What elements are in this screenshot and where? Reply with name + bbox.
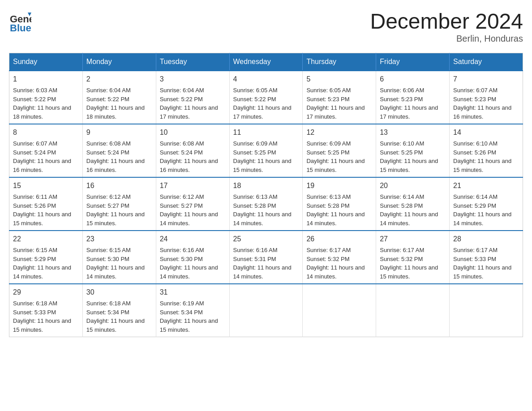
day-number: 16: [86, 180, 152, 191]
daylight-label: Daylight: 11 hours and 14 minutes.: [306, 211, 365, 227]
calendar-cell: 4 Sunrise: 6:05 AM Sunset: 5:22 PM Dayli…: [229, 71, 303, 124]
daylight-label: Daylight: 11 hours and 18 minutes.: [86, 104, 145, 120]
day-number: 12: [306, 127, 372, 138]
sunrise-label: Sunrise: 6:09 AM: [306, 140, 351, 147]
sunrise-label: Sunrise: 6:19 AM: [160, 300, 204, 307]
sunrise-label: Sunrise: 6:16 AM: [233, 247, 278, 253]
page-header: General Blue December 2024 Berlin, Hondu…: [9, 9, 523, 44]
day-header-tuesday: Tuesday: [156, 53, 229, 71]
sunset-label: Sunset: 5:24 PM: [160, 149, 203, 156]
sunrise-label: Sunrise: 6:13 AM: [306, 193, 351, 200]
sunset-label: Sunset: 5:22 PM: [13, 96, 56, 103]
sunset-label: Sunset: 5:23 PM: [453, 96, 496, 103]
calendar-cell: 24 Sunrise: 6:16 AM Sunset: 5:30 PM Dayl…: [156, 231, 229, 284]
sunset-label: Sunset: 5:26 PM: [453, 149, 496, 156]
sunrise-label: Sunrise: 6:14 AM: [453, 193, 498, 200]
daylight-label: Daylight: 11 hours and 14 minutes.: [160, 264, 218, 280]
sunrise-label: Sunrise: 6:07 AM: [453, 87, 498, 94]
day-number: 21: [453, 180, 519, 191]
sunrise-label: Sunrise: 6:17 AM: [453, 247, 498, 253]
day-number: 13: [380, 127, 446, 138]
calendar-cell: 23 Sunrise: 6:15 AM Sunset: 5:30 PM Dayl…: [82, 231, 156, 284]
day-number: 2: [86, 74, 152, 85]
sunset-label: Sunset: 5:24 PM: [13, 149, 56, 156]
sunset-label: Sunset: 5:25 PM: [380, 149, 423, 156]
daylight-label: Daylight: 11 hours and 14 minutes.: [13, 264, 71, 280]
day-number: 19: [306, 180, 372, 191]
daylight-label: Daylight: 11 hours and 14 minutes.: [233, 264, 292, 280]
daylight-label: Daylight: 11 hours and 14 minutes.: [233, 211, 292, 227]
location: Berlin, Honduras: [370, 34, 523, 44]
daylight-label: Daylight: 11 hours and 14 minutes.: [160, 211, 218, 227]
daylight-label: Daylight: 11 hours and 15 minutes.: [13, 317, 71, 333]
calendar-week-row: 29 Sunrise: 6:18 AM Sunset: 5:33 PM Dayl…: [9, 284, 523, 337]
sunrise-label: Sunrise: 6:08 AM: [86, 140, 131, 147]
calendar-cell: 26 Sunrise: 6:17 AM Sunset: 5:32 PM Dayl…: [303, 231, 376, 284]
daylight-label: Daylight: 11 hours and 14 minutes.: [453, 211, 511, 227]
sunrise-label: Sunrise: 6:08 AM: [160, 140, 204, 147]
calendar-week-row: 15 Sunrise: 6:11 AM Sunset: 5:26 PM Dayl…: [9, 177, 523, 231]
calendar-cell: [303, 284, 376, 337]
sunset-label: Sunset: 5:34 PM: [86, 309, 129, 316]
calendar-week-row: 22 Sunrise: 6:15 AM Sunset: 5:29 PM Dayl…: [9, 231, 523, 284]
day-number: 25: [233, 234, 299, 244]
month-title: December 2024: [370, 9, 523, 34]
calendar-cell: 2 Sunrise: 6:04 AM Sunset: 5:22 PM Dayli…: [82, 71, 156, 124]
sunset-label: Sunset: 5:25 PM: [233, 149, 276, 156]
calendar-cell: 13 Sunrise: 6:10 AM Sunset: 5:25 PM Dayl…: [376, 124, 450, 177]
calendar-cell: 9 Sunrise: 6:08 AM Sunset: 5:24 PM Dayli…: [82, 124, 156, 177]
calendar-cell: 11 Sunrise: 6:09 AM Sunset: 5:25 PM Dayl…: [229, 124, 303, 177]
day-number: 11: [233, 127, 299, 138]
sunset-label: Sunset: 5:22 PM: [86, 96, 129, 103]
day-number: 3: [160, 74, 226, 85]
day-number: 6: [380, 74, 446, 85]
title-section: December 2024 Berlin, Honduras: [370, 9, 523, 44]
calendar-week-row: 8 Sunrise: 6:07 AM Sunset: 5:24 PM Dayli…: [9, 124, 523, 177]
calendar-cell: 18 Sunrise: 6:13 AM Sunset: 5:28 PM Dayl…: [229, 177, 303, 231]
day-number: 31: [160, 287, 226, 298]
sunset-label: Sunset: 5:32 PM: [380, 256, 423, 262]
logo: General Blue: [9, 9, 31, 31]
sunset-label: Sunset: 5:28 PM: [380, 202, 423, 209]
calendar-cell: 6 Sunrise: 6:06 AM Sunset: 5:23 PM Dayli…: [376, 71, 450, 124]
day-header-thursday: Thursday: [303, 53, 376, 71]
sunrise-label: Sunrise: 6:17 AM: [306, 247, 351, 253]
sunset-label: Sunset: 5:30 PM: [160, 256, 203, 262]
calendar-cell: 14 Sunrise: 6:10 AM Sunset: 5:26 PM Dayl…: [450, 124, 523, 177]
daylight-label: Daylight: 11 hours and 18 minutes.: [13, 104, 71, 120]
sunset-label: Sunset: 5:22 PM: [233, 96, 276, 103]
calendar-cell: 10 Sunrise: 6:08 AM Sunset: 5:24 PM Dayl…: [156, 124, 229, 177]
sunrise-label: Sunrise: 6:09 AM: [233, 140, 278, 147]
sunset-label: Sunset: 5:34 PM: [160, 309, 203, 316]
calendar-cell: 22 Sunrise: 6:15 AM Sunset: 5:29 PM Dayl…: [9, 231, 83, 284]
daylight-label: Daylight: 11 hours and 17 minutes.: [160, 104, 218, 120]
day-number: 9: [86, 127, 152, 138]
sunset-label: Sunset: 5:28 PM: [306, 202, 349, 209]
day-number: 20: [380, 180, 446, 191]
svg-text:Blue: Blue: [10, 22, 31, 31]
daylight-label: Daylight: 11 hours and 17 minutes.: [306, 104, 365, 120]
sunrise-label: Sunrise: 6:13 AM: [233, 193, 278, 200]
calendar-header-row: SundayMondayTuesdayWednesdayThursdayFrid…: [9, 53, 523, 71]
calendar-cell: 3 Sunrise: 6:04 AM Sunset: 5:22 PM Dayli…: [156, 71, 229, 124]
day-number: 17: [160, 180, 226, 191]
day-number: 18: [233, 180, 299, 191]
sunset-label: Sunset: 5:29 PM: [453, 202, 496, 209]
daylight-label: Daylight: 11 hours and 15 minutes.: [13, 211, 71, 227]
calendar-table: SundayMondayTuesdayWednesdayThursdayFrid…: [9, 53, 523, 337]
sunset-label: Sunset: 5:24 PM: [86, 149, 129, 156]
calendar-cell: 17 Sunrise: 6:12 AM Sunset: 5:27 PM Dayl…: [156, 177, 229, 231]
daylight-label: Daylight: 11 hours and 16 minutes.: [160, 158, 218, 173]
calendar-cell: 8 Sunrise: 6:07 AM Sunset: 5:24 PM Dayli…: [9, 124, 83, 177]
sunrise-label: Sunrise: 6:10 AM: [380, 140, 424, 147]
day-number: 28: [453, 234, 519, 244]
sunrise-label: Sunrise: 6:07 AM: [13, 140, 57, 147]
daylight-label: Daylight: 11 hours and 15 minutes.: [453, 158, 511, 173]
sunrise-label: Sunrise: 6:16 AM: [160, 247, 204, 253]
day-number: 1: [13, 74, 79, 85]
daylight-label: Daylight: 11 hours and 15 minutes.: [233, 158, 292, 173]
daylight-label: Daylight: 11 hours and 14 minutes.: [380, 211, 438, 227]
sunset-label: Sunset: 5:25 PM: [306, 149, 349, 156]
sunrise-label: Sunrise: 6:10 AM: [453, 140, 498, 147]
day-header-monday: Monday: [82, 53, 156, 71]
